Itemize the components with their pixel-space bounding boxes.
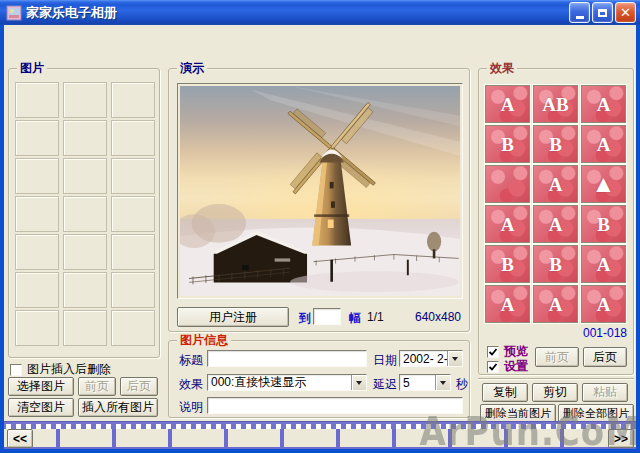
delay-unit-label: 秒	[456, 376, 468, 393]
app-icon	[6, 5, 22, 21]
effect-value: 000:直接快速显示	[208, 374, 351, 391]
select-pictures-button[interactable]: 选择图片	[8, 377, 74, 396]
effect-thumbnail[interactable]: A	[533, 165, 578, 203]
user-register-label: 用户注册	[209, 309, 257, 326]
effect-thumbnail[interactable]: A	[581, 125, 626, 163]
preview-group-title: 演示	[177, 61, 207, 75]
strip-scroll-right-button[interactable]: >>	[608, 429, 634, 448]
paste-label: 粘贴	[593, 384, 617, 401]
clear-pictures-label: 清空图片	[17, 399, 65, 416]
effect-thumbnail[interactable]	[485, 165, 530, 203]
close-icon: ✕	[620, 6, 631, 19]
effect-letter: A	[549, 215, 563, 234]
effect-dropdown-icon[interactable]	[351, 375, 366, 390]
minimize-icon	[576, 16, 584, 19]
delay-combobox[interactable]: 5	[399, 374, 451, 391]
date-value: 2002- 2- 8	[400, 352, 447, 366]
cut-label: 剪切	[543, 384, 567, 401]
effect-thumbnail[interactable]: A	[533, 285, 578, 323]
caption-input[interactable]	[207, 350, 367, 367]
clear-pictures-button[interactable]: 清空图片	[8, 398, 74, 417]
picture-slot[interactable]	[15, 120, 59, 156]
effect-thumbnail[interactable]: B	[533, 245, 578, 283]
delete-after-insert-checkbox[interactable]: 图片插入后删除	[10, 361, 111, 378]
strip-scroll-left-button[interactable]: <<	[7, 429, 33, 448]
date-combobox[interactable]: 2002- 2- 8	[399, 350, 463, 367]
filmstrip-frames[interactable]	[4, 429, 636, 449]
caption-label: 标题	[179, 352, 203, 369]
effect-thumbnail[interactable]: B	[485, 125, 530, 163]
strip-left-label: <<	[13, 432, 27, 446]
cut-button[interactable]: 剪切	[532, 383, 578, 402]
effect-thumbnail[interactable]: AB	[533, 85, 578, 123]
checkbox-box[interactable]	[10, 364, 22, 376]
effect-thumbnail[interactable]: A	[485, 205, 530, 243]
maximize-button[interactable]	[592, 2, 613, 23]
app-window: 家家乐电子相册 ✕	[0, 0, 640, 453]
effect-thumbnail[interactable]: A	[581, 285, 626, 323]
settings-checkbox-box[interactable]	[487, 361, 499, 373]
picture-slot[interactable]	[111, 234, 155, 270]
picture-slot[interactable]	[63, 196, 107, 232]
pictures-next-page-button[interactable]: 后页	[120, 377, 158, 396]
effect-thumbnail[interactable]: A	[581, 85, 626, 123]
picture-slot[interactable]	[111, 158, 155, 194]
settings-checkbox[interactable]: 设置	[487, 358, 528, 375]
insert-all-pictures-button[interactable]: 插入所有图片	[78, 398, 158, 417]
effect-thumbnail[interactable]: A	[485, 85, 530, 123]
effect-thumbnail[interactable]: B	[485, 245, 530, 283]
preview-checkbox-box[interactable]	[487, 346, 499, 358]
jump-to-input[interactable]	[313, 308, 341, 325]
filmstrip-sprockets	[4, 421, 636, 429]
check-icon	[488, 347, 498, 357]
jump-to-label: 到	[299, 310, 311, 327]
effect-thumbnail[interactable]: A	[485, 285, 530, 323]
date-dropdown-icon[interactable]	[447, 351, 462, 366]
insert-all-label: 插入所有图片	[82, 399, 154, 416]
delay-dropdown-icon[interactable]	[435, 375, 450, 390]
strip-right-label: >>	[614, 432, 628, 446]
picture-slot[interactable]	[111, 196, 155, 232]
picture-slot[interactable]	[15, 234, 59, 270]
picture-slot[interactable]	[63, 82, 107, 118]
separator	[478, 378, 634, 380]
close-button[interactable]: ✕	[615, 2, 636, 23]
picture-slot[interactable]	[111, 82, 155, 118]
picture-slot[interactable]	[63, 120, 107, 156]
copy-button[interactable]: 复制	[482, 383, 528, 402]
effect-thumbnail[interactable]: B	[533, 125, 578, 163]
effect-thumbnail[interactable]: A	[581, 245, 626, 283]
picture-slot[interactable]	[15, 272, 59, 308]
effect-letter: A	[501, 95, 515, 114]
picture-slot[interactable]	[15, 310, 59, 346]
picture-slot[interactable]	[15, 158, 59, 194]
picture-slot[interactable]	[63, 234, 107, 270]
effects-next-page-button[interactable]: 后页	[583, 347, 627, 367]
effect-thumbnail[interactable]: ▲	[581, 165, 626, 203]
paste-button[interactable]: 粘贴	[582, 383, 628, 402]
picture-slot[interactable]	[111, 272, 155, 308]
effects-prev-page-button[interactable]: 前页	[535, 347, 579, 367]
effect-letter: B	[597, 215, 610, 234]
effect-combobox[interactable]: 000:直接快速显示	[207, 374, 367, 391]
picture-slot[interactable]	[111, 120, 155, 156]
effect-letter: B	[549, 255, 562, 274]
delete-after-insert-label: 图片插入后删除	[27, 361, 111, 378]
effect-thumbnail[interactable]: B	[581, 205, 626, 243]
preview-group: 演示	[168, 68, 470, 332]
pictures-prev-page-button[interactable]: 前页	[78, 377, 116, 396]
picture-slot[interactable]	[63, 272, 107, 308]
effect-thumbnail[interactable]: A	[533, 205, 578, 243]
picture-slot[interactable]	[15, 82, 59, 118]
delay-value: 5	[400, 376, 435, 390]
pictures-next-label: 后页	[127, 378, 151, 395]
effect-letter: A	[549, 175, 563, 194]
minimize-button[interactable]	[569, 2, 590, 23]
picture-slot[interactable]	[15, 196, 59, 232]
description-input[interactable]	[207, 397, 463, 414]
user-register-button[interactable]: 用户注册	[177, 307, 289, 327]
picture-slot[interactable]	[63, 158, 107, 194]
picture-slot[interactable]	[63, 310, 107, 346]
page-indicator: 1/1	[367, 310, 384, 324]
picture-slot[interactable]	[111, 310, 155, 346]
